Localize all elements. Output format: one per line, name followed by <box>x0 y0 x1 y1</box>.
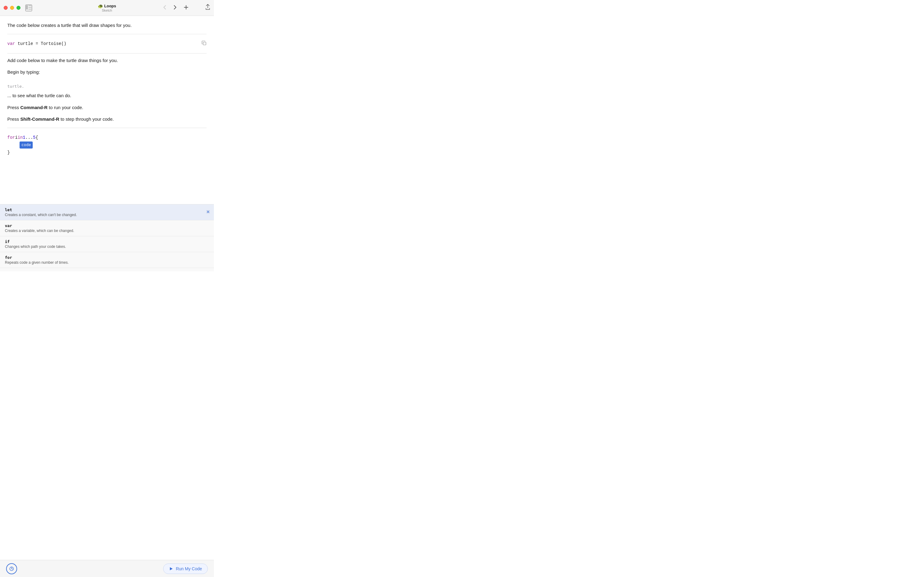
divider-1 <box>7 34 206 34</box>
snippet-while-keyword: while <box>5 271 209 271</box>
minimize-button[interactable] <box>10 6 14 10</box>
turtle-dot-block: turtle. <box>7 81 206 92</box>
svg-rect-0 <box>26 5 28 10</box>
code-placeholder[interactable]: code <box>19 142 33 148</box>
var-i: i <box>15 134 18 141</box>
forward-button[interactable] <box>172 4 178 12</box>
divider-2 <box>7 53 206 53</box>
editor-panel: The code below creates a turtle that wil… <box>0 16 214 271</box>
snippet-var-desc: Creates a variable, which can be changed… <box>5 229 209 233</box>
for-loop-block: for i in 1 ... 5 { code } <box>7 132 206 159</box>
copy-button[interactable] <box>202 41 206 47</box>
cmd-r-bold: Command-R <box>21 105 48 110</box>
shift-bold: Shift-Command-R <box>21 116 60 122</box>
snippets-panel: let Creates a constant, which can't be c… <box>0 204 214 271</box>
add-code-text: Add code below to make the turtle draw t… <box>7 57 206 64</box>
brace-open: { <box>35 134 38 141</box>
num2: 5 <box>33 134 35 141</box>
maximize-button[interactable] <box>16 6 21 10</box>
share-button[interactable] <box>205 4 210 11</box>
intro-text: The code below creates a turtle that wil… <box>7 22 206 29</box>
code-area[interactable]: The code below creates a turtle that wil… <box>0 16 214 204</box>
svg-rect-4 <box>203 42 206 45</box>
snippet-let[interactable]: let Creates a constant, which can't be c… <box>0 205 214 220</box>
begin-text: Begin by typing: <box>7 69 206 76</box>
svg-rect-3 <box>28 9 31 10</box>
snippet-if[interactable]: if Changes which path your code takes. <box>0 236 214 252</box>
for-line: for i in 1 ... 5 { <box>7 134 206 141</box>
cmd-r-text: Press Command-R to run your code. <box>7 104 206 111</box>
brace-close: } <box>7 149 10 156</box>
snippet-if-desc: Changes which path your code takes. <box>5 245 209 249</box>
app-subtitle: Sketch <box>102 8 112 12</box>
snippet-while[interactable]: while <box>0 268 214 271</box>
dots: ... <box>25 134 33 141</box>
ellipsis-text: ... to see what the turtle can do. <box>7 92 206 99</box>
snippet-close-button[interactable] <box>206 210 210 215</box>
snippet-for-desc: Repeats code a given number of times. <box>5 260 209 265</box>
main-container: The code below creates a turtle that wil… <box>0 16 214 271</box>
title-area: 🐢 Loops Sketch <box>98 4 116 12</box>
shift-pre: Press <box>7 116 21 122</box>
num1: 1 <box>23 134 25 141</box>
snippet-var-keyword: var <box>5 223 209 228</box>
keyword-var: var <box>7 41 15 46</box>
code-body-line: code <box>7 142 206 148</box>
back-button[interactable] <box>162 4 167 12</box>
app-title: Loops <box>104 4 116 8</box>
cmd-r-pre: Press <box>7 105 21 110</box>
app-icon: 🐢 <box>98 4 103 8</box>
kw-for: for <box>7 134 15 141</box>
snippet-if-keyword: if <box>5 239 209 244</box>
kw-in: in <box>18 134 23 141</box>
traffic-lights <box>4 6 21 10</box>
brace-close-line: } <box>7 149 206 156</box>
add-button[interactable] <box>183 4 190 12</box>
snippet-for-keyword: for <box>5 255 209 260</box>
turtle-dot-code: turtle. <box>7 83 24 90</box>
snippet-let-keyword: let <box>5 208 209 212</box>
code-var-assign: turtle = Tortoise() <box>18 41 67 46</box>
snippet-for[interactable]: for Repeats code a given number of times… <box>0 252 214 268</box>
svg-rect-2 <box>28 7 31 8</box>
nav-controls <box>162 4 190 12</box>
divider-3 <box>7 128 206 128</box>
snippet-let-desc: Creates a constant, which can't be chang… <box>5 213 209 217</box>
var-code-block: var turtle = Tortoise() <box>7 38 206 50</box>
shift-post: to step through your code. <box>59 116 114 122</box>
close-button[interactable] <box>4 6 8 10</box>
titlebar: 🐢 Loops Sketch <box>0 0 214 16</box>
sidebar-toggle-button[interactable] <box>25 5 32 11</box>
cmd-r-post: to run your code. <box>48 105 84 110</box>
svg-rect-1 <box>28 5 31 6</box>
shift-text: Press Shift-Command-R to step through yo… <box>7 116 206 123</box>
snippet-var[interactable]: var Creates a variable, which can be cha… <box>0 220 214 236</box>
